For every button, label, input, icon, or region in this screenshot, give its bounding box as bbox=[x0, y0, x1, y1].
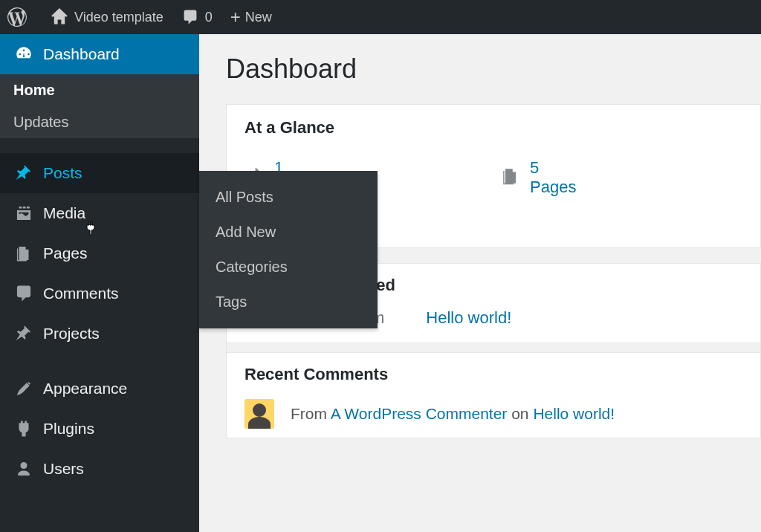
menu-label: Comments bbox=[43, 285, 119, 302]
menu-separator bbox=[0, 138, 199, 153]
comment-row: From A WordPress Commenter on Hello worl… bbox=[227, 390, 760, 438]
glance-pages-link[interactable]: 5 Pages bbox=[530, 158, 576, 197]
glance-heading: At a Glance bbox=[227, 105, 760, 146]
appearance-icon bbox=[12, 379, 36, 398]
menu-label: Users bbox=[43, 460, 84, 478]
sidebar-item-comments[interactable]: Comments bbox=[0, 273, 199, 314]
sidebar-item-plugins[interactable]: Plugins bbox=[0, 409, 199, 449]
flyout-item-categories[interactable]: Categories bbox=[199, 250, 378, 285]
comment-author-link[interactable]: A WordPress Commenter bbox=[331, 405, 508, 422]
flyout-item-tags[interactable]: Tags bbox=[199, 285, 378, 319]
flyout-item-all-posts[interactable]: All Posts bbox=[199, 180, 378, 215]
plus-icon: + bbox=[230, 7, 241, 27]
comment-post-link[interactable]: Hello world! bbox=[533, 405, 615, 422]
plugins-icon bbox=[12, 419, 36, 438]
posts-flyout: All Posts Add New Categories Tags bbox=[199, 171, 378, 328]
users-icon bbox=[12, 459, 36, 479]
flyout-item-add-new[interactable]: Add New bbox=[199, 215, 378, 250]
new-link[interactable]: + New bbox=[230, 7, 272, 27]
site-link[interactable]: Video template bbox=[51, 8, 163, 26]
section-divider bbox=[227, 343, 760, 353]
sidebar-item-pages[interactable]: Pages bbox=[0, 233, 199, 273]
projects-icon bbox=[12, 324, 36, 343]
menu-label: Projects bbox=[43, 325, 100, 343]
sidebar-item-appearance[interactable]: Appearance bbox=[0, 369, 199, 409]
new-label: New bbox=[245, 10, 272, 25]
menu-separator bbox=[0, 354, 199, 369]
sidebar-item-media[interactable]: Media bbox=[0, 193, 199, 233]
sidebar-item-posts[interactable]: Posts bbox=[0, 153, 199, 193]
sidebar-item-users[interactable]: Users bbox=[0, 449, 199, 489]
menu-label: Pages bbox=[43, 244, 88, 262]
menu-label: Media bbox=[43, 204, 85, 222]
glance-pages: 5 Pages bbox=[500, 158, 576, 197]
dashboard-icon bbox=[12, 45, 36, 64]
comment-count: 0 bbox=[205, 10, 213, 25]
submenu-item-home[interactable]: Home bbox=[0, 74, 199, 106]
media-icon bbox=[12, 204, 36, 223]
site-title: Video template bbox=[74, 10, 163, 25]
recent-post-link[interactable]: Hello world! bbox=[426, 308, 511, 328]
admin-bar: Video template 0 + New bbox=[0, 0, 761, 34]
menu-label: Plugins bbox=[43, 420, 94, 438]
menu-label: Posts bbox=[43, 164, 82, 182]
recent-comments-heading: Recent Comments bbox=[227, 353, 760, 390]
wordpress-icon bbox=[7, 7, 27, 27]
pages-icon bbox=[12, 244, 36, 263]
comments-link[interactable]: 0 bbox=[181, 8, 213, 26]
comments-icon bbox=[12, 284, 36, 303]
submenu-item-updates[interactable]: Updates bbox=[0, 106, 199, 138]
menu-label: Appearance bbox=[43, 380, 127, 398]
pin-icon bbox=[12, 163, 36, 183]
avatar bbox=[245, 399, 274, 429]
sidebar-item-dashboard[interactable]: Dashboard bbox=[0, 34, 199, 74]
page-title: Dashboard bbox=[226, 53, 761, 85]
house-icon bbox=[51, 8, 68, 26]
pages-icon bbox=[500, 166, 521, 189]
admin-sidebar: Dashboard Home Updates Posts Media Pages… bbox=[0, 34, 199, 532]
menu-label: Dashboard bbox=[43, 45, 120, 63]
sidebar-item-projects[interactable]: Projects bbox=[0, 314, 199, 354]
wp-logo[interactable] bbox=[7, 7, 33, 27]
comment-bubble-icon bbox=[181, 8, 199, 26]
dashboard-submenu: Home Updates bbox=[0, 74, 199, 138]
